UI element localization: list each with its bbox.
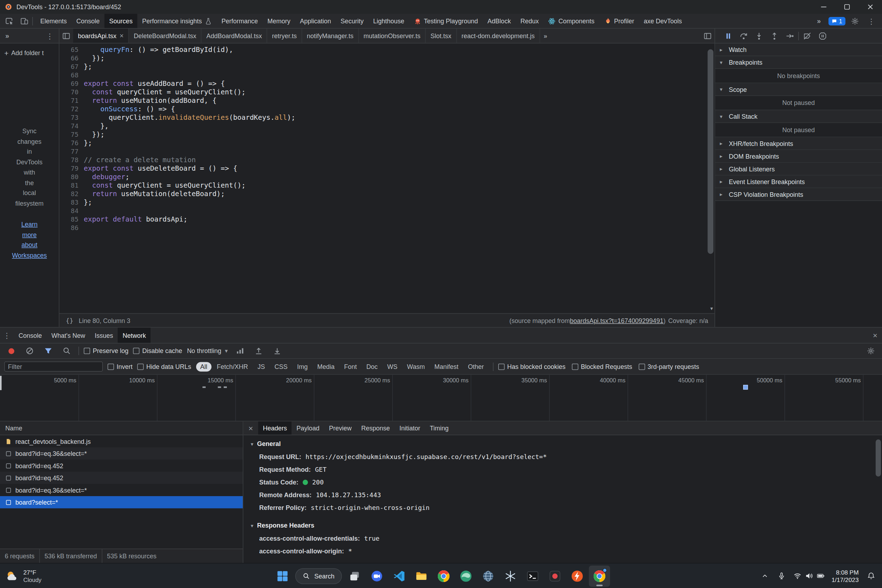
- weather-widget[interactable]: 27°F Cloudy: [5, 568, 41, 584]
- line-number[interactable]: 81: [59, 181, 84, 190]
- step-into-button[interactable]: [752, 29, 766, 42]
- tab-performance[interactable]: Performance: [217, 14, 262, 28]
- tab-lighthouse[interactable]: Lighthouse: [368, 14, 409, 28]
- file-tab-retryer-ts[interactable]: retryer.ts: [267, 28, 302, 43]
- section-global-listeners[interactable]: ▸Global Listeners: [715, 163, 882, 176]
- details-tab-headers[interactable]: Headers: [258, 422, 292, 435]
- settings-button[interactable]: [848, 15, 862, 27]
- source-map-link[interactable]: boardsApi.tsx?t=1674009299491: [570, 316, 664, 324]
- step-out-button[interactable]: [768, 29, 781, 42]
- code-text[interactable]: onSuccess: () => {: [84, 105, 175, 113]
- taskbar-globe-button[interactable]: [478, 566, 499, 586]
- network-conditions-button[interactable]: [234, 345, 248, 357]
- line-number[interactable]: 78: [59, 156, 84, 164]
- blocked-requests-checkbox[interactable]: Blocked Requests: [572, 363, 632, 370]
- device-toolbar-button[interactable]: [18, 15, 32, 27]
- code-text[interactable]: });: [84, 54, 105, 63]
- pretty-print-button[interactable]: {}: [66, 316, 74, 324]
- network-settings-button[interactable]: [864, 345, 878, 357]
- tab-axe-devtools[interactable]: axe DevTools: [639, 14, 687, 28]
- details-tab-preview[interactable]: Preview: [324, 422, 357, 435]
- filter-type-other[interactable]: Other: [464, 362, 488, 371]
- code-text[interactable]: };: [84, 139, 92, 147]
- title-bar[interactable]: DevTools - 127.0.0.1:5173/board/452: [0, 0, 882, 14]
- taskbar-chrome-button[interactable]: [589, 566, 610, 586]
- network-volume-battery-button[interactable]: [792, 572, 826, 580]
- scroll-down-arrow-icon[interactable]: ▾: [710, 305, 713, 311]
- line-number[interactable]: 65: [59, 46, 84, 54]
- line-number[interactable]: 68: [59, 71, 84, 80]
- filter-type-js[interactable]: JS: [254, 362, 269, 371]
- file-tab-boardsapi-tsx[interactable]: boardsApi.tsx×: [73, 28, 129, 43]
- filter-type-media[interactable]: Media: [313, 362, 339, 371]
- network-overview-timeline[interactable]: 5000 ms10000 ms15000 ms20000 ms25000 ms3…: [0, 375, 882, 422]
- line-number[interactable]: 80: [59, 173, 84, 181]
- code-text[interactable]: const queryClient = useQueryClient();: [84, 88, 246, 96]
- code-text[interactable]: },: [84, 122, 108, 130]
- taskbar-chrome-button[interactable]: [433, 566, 454, 586]
- taskbar-red-app-button[interactable]: [544, 566, 566, 586]
- request-row[interactable]: react_devtools_backend.js: [0, 435, 243, 448]
- section-xhr-fetch-breakpoints[interactable]: ▸XHR/fetch Breakpoints: [715, 138, 882, 150]
- filter-type-fetch-xhr[interactable]: Fetch/XHR: [213, 362, 252, 371]
- code-editor[interactable]: 65 queryFn: () => getBoardById(id),66 })…: [59, 44, 714, 314]
- import-har-button[interactable]: [252, 345, 266, 357]
- taskbar-vscode-button[interactable]: [389, 566, 410, 586]
- taskbar-file-explorer-button[interactable]: [411, 566, 432, 586]
- start-button[interactable]: [272, 566, 293, 586]
- has-blocked-cookies-checkbox[interactable]: Has blocked cookies: [498, 363, 566, 370]
- code-text[interactable]: };: [84, 198, 92, 207]
- file-tab-deleteboardmodal-tsx[interactable]: DeleteBoardModal.tsx: [129, 28, 202, 43]
- file-tab-slot-tsx[interactable]: Slot.tsx: [426, 28, 457, 43]
- request-row[interactable]: board?id=eq.36&select=*: [0, 447, 243, 460]
- tab-testing-playground[interactable]: Testing Playground: [409, 14, 483, 28]
- step-button[interactable]: [783, 29, 797, 42]
- taskbar-search-box[interactable]: Search: [295, 568, 342, 584]
- line-number[interactable]: 82: [59, 190, 84, 198]
- line-number[interactable]: 86: [59, 224, 84, 232]
- code-text[interactable]: const queryClient = useQueryClient();: [84, 181, 246, 190]
- headers-section-response-headers[interactable]: ▾Response Headers: [243, 518, 882, 532]
- close-window-button[interactable]: [859, 0, 882, 14]
- code-text[interactable]: export const useAddBoard = () => {: [84, 80, 225, 88]
- record-network-log-button[interactable]: [4, 345, 18, 357]
- maximize-button[interactable]: [836, 0, 859, 14]
- file-tab-mutationobserver-ts[interactable]: mutationObserver.ts: [358, 28, 426, 43]
- filter-type-img[interactable]: Img: [293, 362, 312, 371]
- notification-center-button[interactable]: [864, 570, 878, 582]
- request-row[interactable]: board?id=eq.36&select=*: [0, 484, 243, 496]
- taskbar-orange-app-button[interactable]: [567, 566, 588, 586]
- close-drawer-button[interactable]: ×: [868, 329, 882, 342]
- drawer-tab-issues[interactable]: Issues: [90, 328, 118, 343]
- tab-elements[interactable]: Elements: [36, 14, 72, 28]
- section-scope[interactable]: ▾Scope: [715, 83, 882, 96]
- code-text[interactable]: queryFn: () => getBoardById(id),: [84, 46, 233, 54]
- 3rd-party-requests-checkbox[interactable]: 3rd-party requests: [639, 363, 699, 370]
- preserve-log-checkbox[interactable]: Preserve log: [84, 347, 129, 355]
- filter-type-ws[interactable]: WS: [383, 362, 402, 371]
- disable-cache-checkbox[interactable]: Disable cache: [133, 347, 182, 355]
- throttling-select[interactable]: No throttling ▼: [187, 347, 229, 355]
- line-number[interactable]: 70: [59, 88, 84, 96]
- line-number[interactable]: 77: [59, 147, 84, 156]
- hide-data-urls-checkbox[interactable]: Hide data URLs: [138, 363, 192, 370]
- filter-type-manifest[interactable]: Manifest: [430, 362, 462, 371]
- workspaces-learn-more-link[interactable]: LearnmoreaboutWorkspaces: [0, 219, 59, 261]
- minimize-button[interactable]: [812, 0, 836, 14]
- scrollbar-thumb[interactable]: [708, 50, 714, 254]
- request-row[interactable]: board?select=*: [0, 496, 243, 508]
- drawer-tab-network[interactable]: Network: [118, 328, 151, 343]
- microphone-tray-button[interactable]: [775, 570, 789, 582]
- tab-console[interactable]: Console: [72, 14, 105, 28]
- tab-components[interactable]: Components: [543, 14, 599, 28]
- more-file-tabs-button[interactable]: »: [540, 28, 551, 43]
- line-number[interactable]: 71: [59, 96, 84, 105]
- code-text[interactable]: });: [84, 130, 105, 139]
- navigator-menu-icon[interactable]: ⋮: [46, 32, 54, 40]
- tab-sources[interactable]: Sources: [105, 14, 138, 28]
- section-watch[interactable]: ▸Watch: [715, 44, 882, 56]
- customize-devtools-button[interactable]: ⋮: [865, 15, 879, 27]
- deactivate-breakpoints-button[interactable]: [800, 29, 814, 42]
- network-filter-input[interactable]: [4, 362, 103, 372]
- line-number[interactable]: 74: [59, 122, 84, 130]
